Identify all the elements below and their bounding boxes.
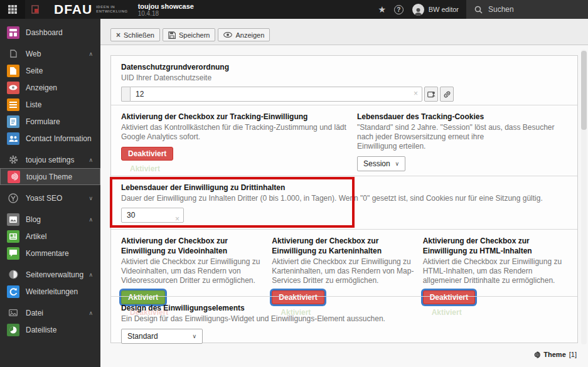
sidebar-section-blog[interactable]: Blog ∧	[0, 211, 100, 228]
sidebar-section-label: toujou settings	[26, 156, 74, 164]
search-input[interactable]: Suchen	[466, 0, 588, 19]
record-type-label: Theme	[543, 351, 565, 358]
section-description: "Standard" sind 2 Jahre. "Session" löst …	[357, 123, 567, 151]
section-description: Aktiviert die Checkbox zur Einwilligung …	[272, 257, 416, 285]
sidebar-item-dateiliste[interactable]: Dateiliste	[0, 321, 100, 338]
uid-input[interactable]	[130, 87, 422, 102]
tracking-toggle-button[interactable]: Deaktiviert	[121, 147, 173, 161]
open-documents-button[interactable]	[25, 0, 45, 19]
sidebar-item-label: Liste	[26, 100, 41, 109]
sidebar-item-liste[interactable]: Liste	[0, 96, 100, 113]
section-description: Aktiviert das Kontrollkästchen für die T…	[121, 123, 357, 142]
section-description: Aktiviert die Checkbox zur Einwilligung …	[121, 257, 265, 285]
doc-header: × Schließen Speichern Anzeigen	[100, 19, 588, 45]
sidebar-item-contact-information[interactable]: Contact Information	[0, 130, 100, 147]
section-tracking: Aktivierung der Checkbox zur Tracking-Ei…	[111, 105, 577, 176]
save-button-label: Speichern	[179, 31, 210, 39]
sidebar-item-seite[interactable]: Seite	[0, 62, 100, 79]
tracking-checkbox-field: Aktivierung der Checkbox zur Tracking-Ei…	[121, 112, 357, 176]
sidebar-item-artikel[interactable]: Artikel	[0, 228, 100, 245]
gear-icon	[7, 154, 19, 166]
redirect-icon	[7, 285, 19, 298]
record-prefix-box	[121, 87, 130, 102]
chevron-up-icon[interactable]: ∧	[88, 51, 93, 57]
brand-logo[interactable]: DFAU IDEEN IN ENTWICKLUNG	[54, 2, 128, 17]
avatar	[412, 4, 424, 16]
logo-claim-line2: ENTWICKLUNG	[96, 9, 128, 13]
sidebar-item-label: Anzeigen	[26, 83, 57, 92]
search-placeholder: Suchen	[488, 5, 514, 14]
link-icon	[443, 90, 451, 98]
sidebar-item-weiterleitungen[interactable]: Weiterleitungen	[0, 283, 100, 300]
dashboard-icon	[7, 26, 19, 39]
sidebar-section-label: Seitenverwaltung	[26, 270, 83, 279]
clear-icon[interactable]: ×	[414, 89, 418, 98]
close-button[interactable]: × Schließen	[110, 28, 160, 41]
tracking-toggle-alt-label: Aktiviert	[130, 164, 357, 173]
sidebar-item-kommentare[interactable]: Kommentare	[0, 245, 100, 262]
doc-header-buttons: × Schließen Speichern Anzeigen	[110, 28, 270, 41]
sidebar-section-label: Web	[26, 50, 41, 58]
sidebar-section-toujou-settings[interactable]: toujou settings ∧	[0, 151, 100, 168]
site-info: toujou showcase 10.4.18	[138, 3, 194, 17]
chevron-down-icon: ∨	[395, 161, 399, 167]
person-icon	[414, 8, 422, 16]
view-button[interactable]: Anzeigen	[218, 28, 270, 41]
settings-form-panel: Datenschutzgrundverordnung UID Ihrer Dat…	[110, 55, 578, 343]
sidebar-section-datei[interactable]: Datei ∧	[0, 304, 100, 321]
chevron-down-icon[interactable]: ∨	[88, 195, 93, 201]
selected-option: Standard	[127, 332, 158, 341]
section-description: Aktiviert die Checkbox zur Einwilligung …	[423, 257, 567, 285]
section-title: Lebensdauer des Tracking-Cookies	[357, 112, 567, 122]
section-title: Lebensdauer der Einwilligung zu Drittinh…	[121, 183, 567, 193]
uid-input-wrap: ×	[130, 87, 422, 102]
design-select[interactable]: Standard ∨	[121, 329, 203, 344]
user-menu[interactable]: BW editor	[412, 4, 459, 16]
chevron-up-icon[interactable]: ∧	[88, 310, 93, 316]
section-title: Aktivierung der Checkbox zur Einwilligun…	[121, 236, 265, 256]
help-icon[interactable]: ?	[394, 5, 404, 14]
scrollbar-track[interactable]	[581, 50, 587, 344]
sidebar-item-label: Kommentare	[26, 249, 69, 258]
cookie-lifetime-select[interactable]: Session ∨	[357, 156, 405, 171]
section-consent-checkboxes: Aktivierung der Checkbox zur Einwilligun…	[111, 229, 577, 296]
sidebar-item-label: Contact Information	[26, 134, 92, 143]
sidebar-item-anzeigen[interactable]: Anzeigen	[0, 79, 100, 96]
sidebar-item-label: Artikel	[26, 232, 46, 241]
sidebar-section-yoast-seo[interactable]: Yoast SEO ∨	[0, 189, 100, 206]
section-description: Dauer der Einwilligung zu Inhalten Dritt…	[121, 194, 567, 203]
browse-records-button[interactable]	[424, 87, 438, 102]
chevron-up-icon[interactable]: ∧	[88, 272, 93, 278]
search-icon	[474, 6, 483, 14]
chevron-up-icon[interactable]: ∧	[88, 157, 93, 163]
module-sidebar: Dashboard Web ∧ Seite Anzeigen Liste For…	[0, 19, 100, 367]
save-icon	[168, 31, 176, 39]
web-icon	[7, 48, 19, 60]
tracking-cookie-field: Lebensdauer des Tracking-Cookies "Standa…	[357, 112, 567, 176]
sidebar-section-label: Blog	[26, 215, 41, 224]
lifetime-input-wrap: ×	[121, 208, 184, 223]
sidebar-item-label: Dateiliste	[26, 326, 56, 334]
logo-text: DFAU	[54, 2, 92, 17]
module-menu-button[interactable]	[0, 0, 25, 19]
section-drittinhalte-lebensdauer: Lebensdauer der Einwilligung zu Drittinh…	[111, 176, 577, 229]
sidebar-item-toujou-theme[interactable]: toujou Theme	[0, 168, 100, 185]
sidebar-item-dashboard[interactable]: Dashboard	[0, 24, 100, 41]
blog-icon	[7, 213, 19, 226]
sidebar-section-web[interactable]: Web ∧	[0, 45, 100, 62]
field-label: UID Ihrer Datenschutzseite	[121, 73, 567, 82]
bookmark-star-icon[interactable]: ★	[374, 4, 390, 14]
fingerprint-icon	[8, 171, 20, 183]
comment-icon	[7, 247, 19, 260]
section-datenschutz: Datenschutzgrundverordnung UID Ihrer Dat…	[111, 56, 577, 105]
sidebar-item-formulare[interactable]: Formulare	[0, 113, 100, 130]
chevron-up-icon[interactable]: ∧	[88, 216, 93, 223]
link-button[interactable]	[440, 87, 454, 102]
scrollbar-thumb[interactable]	[581, 51, 587, 130]
list-icon	[7, 98, 19, 111]
browse-records-icon	[427, 90, 436, 98]
sidebar-section-seitenverwaltung[interactable]: Seitenverwaltung ∧	[0, 266, 100, 283]
uid-input-group: ×	[121, 87, 567, 102]
clear-icon[interactable]: ×	[175, 215, 179, 223]
save-button[interactable]: Speichern	[163, 28, 216, 41]
